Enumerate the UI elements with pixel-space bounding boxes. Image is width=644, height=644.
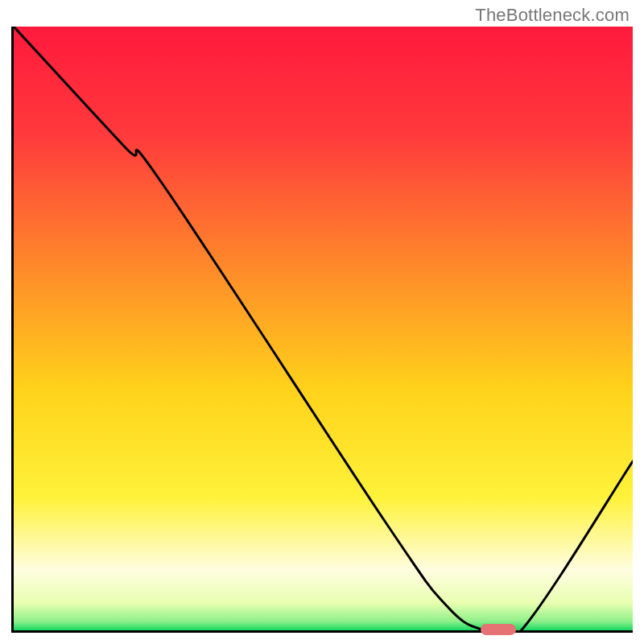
chart-marker-pill xyxy=(481,624,516,635)
chart-line-series xyxy=(14,27,633,630)
watermark-text: TheBottleneck.com xyxy=(475,5,630,26)
chart-plot-area xyxy=(11,27,633,633)
